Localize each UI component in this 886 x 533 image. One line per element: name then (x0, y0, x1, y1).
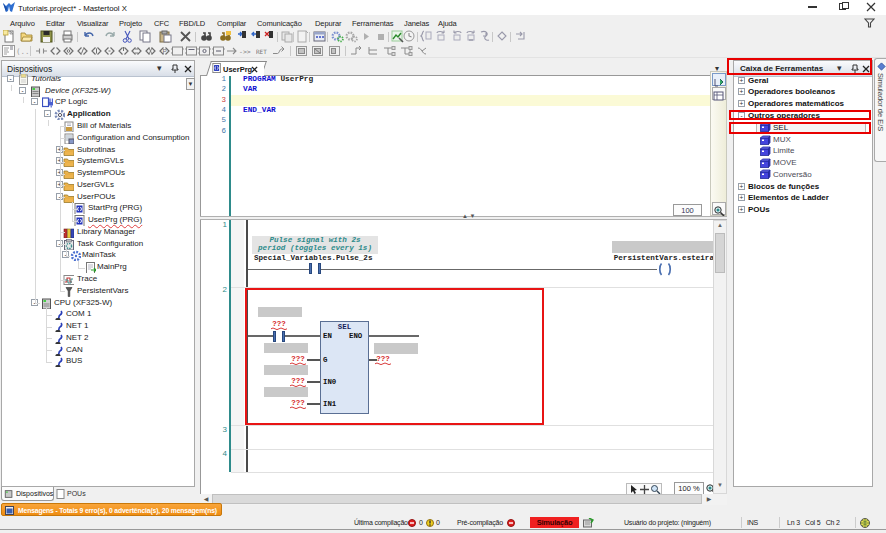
svg-text:RET: RET (256, 48, 267, 55)
svg-text:->>: ->> (239, 48, 251, 56)
svg-text:(..): (..) (16, 47, 29, 56)
svg-text:P: P (163, 48, 167, 55)
